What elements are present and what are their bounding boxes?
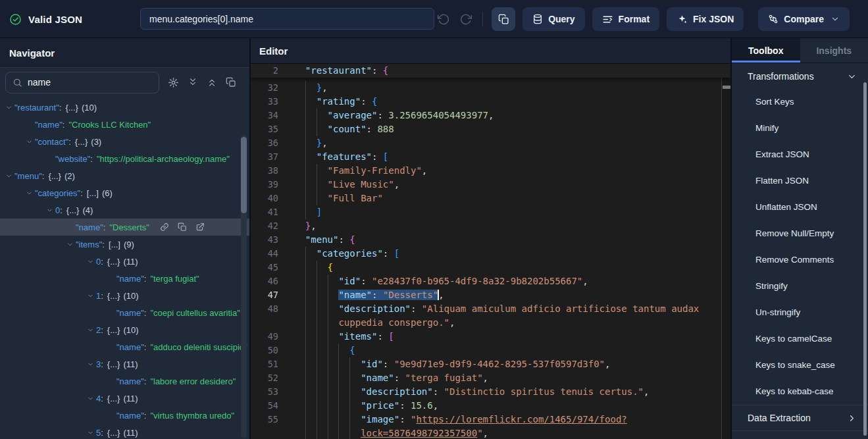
tree-row[interactable]: "restaurant":{...}(10) <box>0 99 249 116</box>
tree-row[interactable]: 0:{...}(11) <box>0 253 249 270</box>
fix-json-button[interactable]: Fix JSON <box>667 7 744 31</box>
copy-document-button[interactable] <box>492 7 515 31</box>
link-icon[interactable] <box>160 222 169 232</box>
toolbox-item-keys-to-camelcase[interactable]: Keys to camelCase <box>732 325 868 351</box>
code-line[interactable]: "Family-Friendly", <box>294 164 427 178</box>
code-area[interactable]: 2"restaurant": { 32},33"rating": {34"ave… <box>251 64 730 439</box>
code-line[interactable]: "features": [ <box>294 150 388 164</box>
code-line[interactable]: "count": 888 <box>294 122 394 136</box>
code-line[interactable]: "description": "Aliquam amiculum adficio… <box>294 302 699 316</box>
code-line[interactable]: "items": [ <box>294 330 394 344</box>
toolbox-item-remove-null-empty[interactable]: Remove Null/Empty <box>732 220 868 246</box>
url-link[interactable]: https://loremflickr.com/1465/974/food? <box>416 414 626 425</box>
path-input[interactable] <box>140 8 434 30</box>
chevron-down-icon[interactable] <box>87 429 94 436</box>
indent-guide <box>305 344 306 357</box>
tree-row[interactable]: "categories":[...](6) <box>0 184 249 201</box>
code-line[interactable]: ] <box>294 205 322 219</box>
chevron-down-icon[interactable] <box>26 190 33 197</box>
settings-button[interactable] <box>168 77 179 88</box>
code-line[interactable]: "Full Bar" <box>294 192 383 205</box>
copy-tree-button[interactable] <box>226 77 236 88</box>
chevron-down-icon[interactable] <box>87 292 94 299</box>
tree-row[interactable]: "contact":{...}(3) <box>0 133 249 150</box>
chevron-down-icon[interactable] <box>87 361 94 368</box>
code-line[interactable]: "price": 15.6, <box>294 399 438 413</box>
copy-icon[interactable] <box>178 222 187 232</box>
toolbox-item-keys-to-kebab-case[interactable]: Keys to kebab-case <box>732 378 868 404</box>
navigator-title: Navigator <box>9 47 55 59</box>
code-line[interactable]: { <box>294 261 333 274</box>
url-link[interactable]: lock=5876498792357500 <box>361 428 477 438</box>
navigator-search-input[interactable] <box>28 77 152 88</box>
chevron-down-icon[interactable] <box>46 207 53 214</box>
tree-row[interactable]: 5:{...}(11) <box>0 424 249 439</box>
chevron-down-icon[interactable] <box>66 241 74 248</box>
code-line[interactable]: }, <box>294 81 328 95</box>
tree-row[interactable]: 2:{...}(10) <box>0 321 249 338</box>
tree-row[interactable]: "menu":{...}(2) <box>0 167 249 184</box>
toolbox-item-stringify[interactable]: Stringify <box>732 272 868 299</box>
tree-row[interactable]: "items":[...](9) <box>0 236 249 253</box>
toolbox-item-keys-to-snake-case[interactable]: Keys to snake_case <box>732 351 868 378</box>
code-line[interactable]: "Live Music", <box>294 178 399 192</box>
toolbox-item-extract-json[interactable]: Extract JSON <box>732 141 868 167</box>
format-button[interactable]: Format <box>592 7 659 31</box>
expand-all-button[interactable] <box>188 77 198 88</box>
tree-row-selected[interactable]: "name":"Desserts" <box>0 219 249 236</box>
toolbox-item-flatten-json[interactable]: Flatten JSON <box>732 167 868 194</box>
editor-scrollbar-track[interactable] <box>721 64 730 439</box>
tree-row[interactable]: 0:{...}(4) <box>0 201 249 219</box>
toolbox-item-sort-keys[interactable]: Sort Keys <box>732 88 868 115</box>
code-line[interactable]: "rating": { <box>294 95 377 109</box>
tree-row[interactable]: 3:{...}(11) <box>0 355 249 373</box>
toolbox-item-remove-comments[interactable]: Remove Comments <box>732 246 868 272</box>
code-line[interactable]: "image": "https://loremflickr.com/1465/9… <box>294 413 627 426</box>
query-button[interactable]: Query <box>523 7 584 31</box>
collapse-all-button[interactable] <box>207 77 217 88</box>
chevron-down-icon[interactable] <box>5 104 13 111</box>
toolbox-section-transformations[interactable]: Transformations <box>732 65 868 88</box>
code-line[interactable]: cuppedia conspergo.", <box>294 316 455 330</box>
compare-button[interactable]: Compare <box>758 7 850 31</box>
code-line[interactable]: "description": "Distinctio spiritus tenu… <box>294 385 649 399</box>
chevron-down-icon[interactable] <box>26 138 33 145</box>
external-link-icon[interactable] <box>195 222 205 232</box>
redo-button[interactable] <box>458 11 474 27</box>
tree-row[interactable]: "name":"terga fugiat" <box>0 270 249 287</box>
code-line[interactable]: "average": 3.2569654054493977, <box>294 109 494 122</box>
chevron-down-icon[interactable] <box>87 326 94 334</box>
navigator-scrollbar[interactable] <box>241 137 247 213</box>
tree-row[interactable]: "name":"virtus thymbra uredo" <box>0 407 249 424</box>
undo-button[interactable] <box>435 11 451 27</box>
code-line[interactable]: "name": "terga fugiat", <box>294 371 488 385</box>
tree-row[interactable]: 4:{...}(11) <box>0 390 249 407</box>
toolbox-item-minify[interactable]: Minify <box>732 115 868 141</box>
code-line[interactable]: "menu": { <box>294 233 355 247</box>
code-line[interactable]: }, <box>294 219 317 233</box>
toolbox-item-un-stringify[interactable]: Un-stringify <box>732 299 868 325</box>
code-line[interactable]: lock=5876498792357500", <box>294 426 488 439</box>
tab-insights[interactable]: Insights <box>800 38 868 63</box>
tree-row[interactable]: "name":"Crooks LLC Kitchen" <box>0 116 249 133</box>
tree-row[interactable]: "website":"https://political-archaeology… <box>0 150 249 167</box>
code-line[interactable]: "id": "9e9d71e9-d9f9-4462-8295-537f0597d… <box>294 357 610 371</box>
code-line[interactable]: "id": "e28437f0-b965-4df9-8a32-9b8202b55… <box>294 274 588 288</box>
tab-toolbox[interactable]: Toolbox <box>732 38 800 63</box>
code-line[interactable]: "categories": [ <box>294 247 399 261</box>
code-line[interactable]: }, <box>294 136 328 150</box>
code-line[interactable]: "name": "Desserts", <box>294 288 444 302</box>
code-line[interactable]: { <box>294 344 355 357</box>
tree-row[interactable]: "name":"adduco deleniti suscipio" <box>0 338 249 355</box>
toolbox-scrollbar[interactable] <box>863 82 867 436</box>
chevron-down-icon[interactable] <box>87 258 94 265</box>
toolbox-item-unflatten-json[interactable]: Unflatten JSON <box>732 194 868 220</box>
tree-row[interactable]: "name":"labore error desidero" <box>0 373 249 390</box>
code-line[interactable]: "restaurant": { <box>294 64 388 78</box>
tree-row[interactable]: 1:{...}(10) <box>0 287 249 304</box>
tree-row[interactable]: "name":"coepi cultellus avaritia" <box>0 304 249 321</box>
chevron-down-icon[interactable] <box>5 172 13 180</box>
editor-scrollbar[interactable] <box>723 86 730 89</box>
chevron-down-icon[interactable] <box>87 395 94 402</box>
toolbox-section-data-extraction[interactable]: Data Extraction <box>732 406 868 430</box>
